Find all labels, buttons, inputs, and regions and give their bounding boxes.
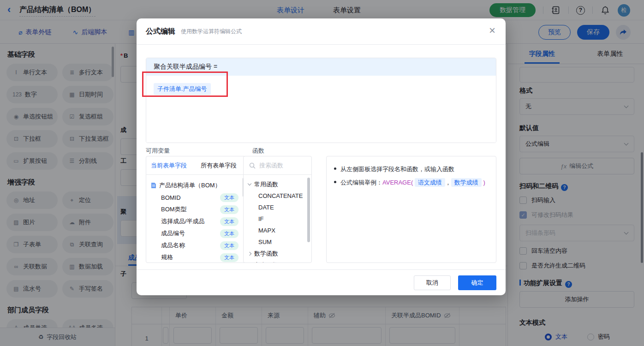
variable-field-name: 成品编号 xyxy=(161,229,220,238)
common-function-items: CONCATENATE DATE IF MAPX SUM xyxy=(248,190,311,248)
functions-label: 函数 xyxy=(252,147,264,155)
function-item[interactable]: CONCATENATE xyxy=(248,190,311,202)
example-function-close: ) xyxy=(483,179,485,186)
tab-current-form-fields[interactable]: 当前表单字段 xyxy=(150,161,188,170)
example-token: 语文成绩 xyxy=(415,178,445,187)
search-placeholder: 搜索函数 xyxy=(259,161,283,170)
variables-panel: 当前表单字段 所有表单字段 产品结构清单（BOM） BOMID 文本 BOM类型 xyxy=(146,156,247,263)
chevron-down-icon xyxy=(248,182,251,185)
variable-field-row[interactable]: 成品名称 文本 xyxy=(151,239,242,251)
variable-type-badge: 文本 xyxy=(220,241,239,250)
variable-field-row[interactable]: 选择成品/半成品 文本 xyxy=(151,215,242,227)
example-token: 数学成绩 xyxy=(451,178,482,187)
tip-line-1: 从左侧面板选择字段名和函数，或输入函数 xyxy=(334,162,489,176)
dialog-footer: 取消 确定 xyxy=(137,269,506,295)
function-list: 常用函数 CONCATENATE DATE IF MAPX SUM 数学函数 xyxy=(244,175,311,263)
confirm-button[interactable]: 确定 xyxy=(458,275,496,290)
tree-root-label: 产品结构清单（BOM） xyxy=(159,181,221,190)
variable-type-badge: 文本 xyxy=(220,229,239,238)
variable-type-badge: 文本 xyxy=(220,217,239,226)
variable-field-name: 选择成品/半成品 xyxy=(161,217,220,226)
tab-all-form-fields[interactable]: 所有表单字段 xyxy=(200,161,238,170)
bullet-icon xyxy=(334,181,336,183)
group-label: 数学函数 xyxy=(254,250,278,258)
bullet-icon xyxy=(334,167,336,170)
function-item[interactable]: SUM xyxy=(248,236,311,248)
group-label: 文本函数 xyxy=(254,261,278,263)
variable-field-list: BOMID 文本 BOM类型 文本 选择成品/半成品 文本 成品编号 xyxy=(151,191,242,263)
tree-root-node[interactable]: 产品结构清单（BOM） xyxy=(151,179,242,191)
functions-panel: 搜索函数 常用函数 CONCATENATE DATE IF MAPX SUM xyxy=(243,156,312,263)
variable-field-row[interactable]: 成品编号 文本 xyxy=(151,227,242,239)
tips-content: 从左侧面板选择字段名和函数，或输入函数 公式编辑举例：AVERAGE( 语文成绩… xyxy=(327,156,496,195)
variable-field-name: BOMID xyxy=(161,194,220,201)
document-icon xyxy=(151,182,156,189)
annotation-highlight-box xyxy=(142,72,228,97)
variable-field-name: BOM类型 xyxy=(161,205,220,214)
variable-tree: 产品结构清单（BOM） BOMID 文本 BOM类型 文本 选择成品/半成 xyxy=(146,175,247,263)
variable-field-row[interactable]: BOMID 文本 xyxy=(151,191,242,203)
variable-field-row[interactable]: BOM类型 文本 xyxy=(151,203,242,215)
dialog-subtitle: 使用数学运算符编辑公式 xyxy=(181,28,242,36)
function-item[interactable]: IF xyxy=(248,213,311,225)
function-item[interactable]: DATE xyxy=(248,202,311,213)
functions-scrollbar[interactable] xyxy=(307,178,310,242)
function-group-math[interactable]: 数学函数 xyxy=(248,248,311,259)
dialog-header: 公式编辑 使用数学运算符编辑公式 × xyxy=(137,18,506,45)
variable-field-name: 成品名称 xyxy=(161,241,220,250)
variable-field-row[interactable]: 规格 文本 xyxy=(151,251,242,263)
close-icon[interactable]: × xyxy=(489,25,495,36)
example-function-open: AVERAGE( xyxy=(382,179,413,186)
tip-line-2: 公式编辑举例：AVERAGE( 语文成绩，数学成绩 ) xyxy=(334,176,489,189)
search-icon xyxy=(249,162,256,169)
variable-field-name: 规格 xyxy=(161,253,220,262)
variable-type-badge: 文本 xyxy=(220,253,239,262)
variable-type-badge: 文本 xyxy=(220,193,239,202)
variable-tabs: 当前表单字段 所有表单字段 xyxy=(146,156,247,175)
function-group-common[interactable]: 常用函数 xyxy=(248,179,311,190)
formula-edit-dialog: 公式编辑 使用数学运算符编辑公式 × 聚合关联半成品编号 = 子件清单.产品编号… xyxy=(137,18,506,295)
formula-editor[interactable]: 聚合关联半成品编号 = 子件清单.产品编号 xyxy=(146,58,496,143)
variable-type-badge: 文本 xyxy=(220,205,239,214)
cancel-button[interactable]: 取消 xyxy=(414,275,451,290)
function-search-input[interactable]: 搜索函数 xyxy=(244,156,311,175)
chevron-right-icon xyxy=(248,251,251,255)
function-item[interactable]: MAPX xyxy=(248,225,311,236)
group-label: 常用函数 xyxy=(254,180,278,189)
function-group-text[interactable]: 文本函数 xyxy=(248,259,311,263)
tips-panel: 从左侧面板选择字段名和函数，或输入函数 公式编辑举例：AVERAGE( 语文成绩… xyxy=(326,156,496,263)
variables-label: 可用变量 xyxy=(146,147,170,155)
dialog-title: 公式编辑 xyxy=(146,27,175,36)
